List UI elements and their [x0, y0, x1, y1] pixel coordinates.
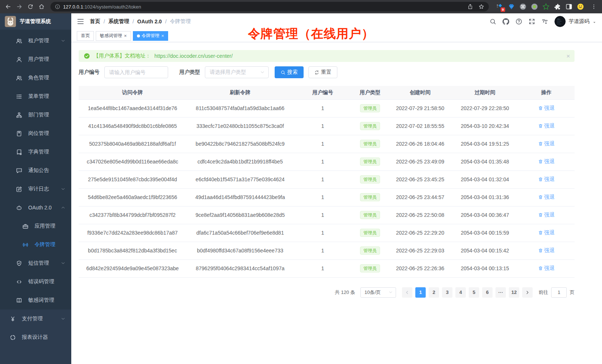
browser-menu-icon[interactable] [589, 1, 599, 12]
bookmark-star-icon[interactable] [478, 4, 484, 10]
sidebar-item-dict-management[interactable]: 字典管理 [0, 143, 71, 161]
sidebar-item-dept-management[interactable]: 部门管理 [0, 106, 71, 124]
next-page-button[interactable] [522, 287, 533, 298]
page-button-6[interactable]: 6 [482, 287, 493, 298]
green-star-icon[interactable] [542, 3, 550, 10]
table-row: 502375b8040a469a9b82188afdf6af1fbe90422b… [79, 135, 575, 153]
force-logout-button[interactable]: 强退 [538, 265, 554, 272]
home-icon[interactable] [36, 1, 47, 12]
breadcrumb-item[interactable]: OAuth 2.0 [137, 19, 162, 24]
reset-button[interactable]: 重置 [308, 66, 337, 78]
user-type-badge: 管理员 [360, 122, 380, 130]
force-logout-button[interactable]: 强退 [538, 229, 554, 236]
created-time-cell: 2022-06-25 23:49:09 [389, 153, 452, 171]
command-circle-icon[interactable] [519, 3, 527, 10]
back-icon[interactable] [3, 1, 13, 12]
sidebar-item-label: 短信管理 [28, 260, 49, 267]
address-bar[interactable]: 127.0.0.1:1024/system/oauth2/token [50, 2, 489, 11]
sidebar-item-errorcode-management[interactable]: 错误码管理 [0, 272, 71, 291]
github-icon[interactable] [503, 18, 509, 25]
sidebar-item-sensitive-word-management[interactable]: 敏感词管理 [0, 291, 71, 310]
tab-close-icon[interactable]: × [161, 33, 164, 38]
user-type-cell: 管理员 [351, 224, 389, 242]
share-icon[interactable] [467, 4, 473, 10]
refresh-token-cell: 811c530487574fa0af1a59d3abc1aa66 [186, 99, 294, 117]
sidebar-item-oauth2-app-management[interactable]: 应用管理 [0, 217, 71, 235]
force-logout-button[interactable]: 强退 [538, 212, 554, 218]
user-id-input[interactable] [104, 66, 168, 78]
font-size-icon[interactable] [542, 18, 548, 25]
collapse-sidebar-icon[interactable] [77, 18, 84, 25]
side-panel-icon[interactable] [565, 3, 573, 10]
more-pages-button[interactable]: ··· [495, 287, 506, 298]
user-type-badge: 管理员 [360, 104, 380, 112]
tab-token[interactable]: 令牌管理× [133, 31, 169, 41]
tab-close-icon[interactable]: × [124, 33, 127, 38]
sidebar-item-audit-log[interactable]: 审计日志 [0, 180, 71, 198]
page-button-5[interactable]: 5 [469, 287, 479, 298]
prev-page-button[interactable] [402, 287, 412, 298]
sidebar-item-report-designer[interactable]: 报表设计器 [0, 328, 71, 347]
doc-alert: 【用户体系】文档地址： https://doc.iocoder.cn/user-… [79, 50, 575, 62]
sidebar-item-notice-announcement[interactable]: 通知公告 [0, 161, 71, 180]
recorder-icon[interactable] [531, 3, 538, 10]
force-logout-button[interactable]: 强退 [538, 140, 554, 147]
force-logout-button[interactable]: 强退 [538, 123, 554, 129]
site-info-icon[interactable] [55, 4, 60, 9]
created-time-cell: 2022-07-02 18:55:55 [389, 117, 452, 135]
alert-doc-link[interactable]: https://doc.iocoder.cn/user-center/ [154, 53, 233, 59]
tab-home[interactable]: 首页 [77, 31, 94, 41]
breadcrumb-item[interactable]: 首页 [90, 18, 100, 25]
created-time-cell: 2022-06-25 22:29:20 [389, 224, 452, 242]
page-button-4[interactable]: 4 [455, 287, 466, 298]
alert-close-icon[interactable]: × [566, 53, 570, 59]
sidebar-item-label: 角色管理 [28, 75, 49, 81]
breadcrumb-item[interactable]: 系统管理 [108, 18, 129, 25]
force-logout-button[interactable]: 强退 [538, 158, 554, 165]
sidebar-item-label: 通知公告 [28, 167, 49, 174]
force-logout-label: 强退 [544, 247, 554, 254]
page-size-select[interactable]: 10条/页 [360, 287, 396, 298]
sidebar-item-user-management[interactable]: 用户管理 [0, 50, 71, 69]
jump-page-input[interactable] [551, 287, 567, 298]
page-button-3[interactable]: 3 [442, 287, 452, 298]
user-type-select[interactable]: 请选择用户类型 [205, 66, 269, 78]
force-logout-button[interactable]: 强退 [538, 194, 554, 201]
column-header: 操作 [518, 86, 575, 99]
sidebar-item-post-management[interactable]: 岗位管理 [0, 124, 71, 143]
column-header: 用户类型 [351, 86, 389, 99]
fullscreen-icon[interactable] [529, 18, 535, 25]
page-button-12[interactable]: 12 [509, 287, 519, 298]
search-button[interactable]: 搜索 [275, 66, 304, 78]
gem-icon[interactable] [508, 3, 515, 10]
puzzle-icon[interactable] [554, 3, 561, 10]
sidebar-item-role-management[interactable]: 角色管理 [0, 69, 71, 87]
search-icon[interactable] [490, 18, 496, 25]
user-id-cell: 1 [294, 117, 351, 135]
force-logout-button[interactable]: 强退 [538, 176, 554, 183]
sidebar-item-pay-management[interactable]: 支付管理 [0, 310, 71, 328]
sidebar-item-oauth2-token-management[interactable]: 令牌管理 [0, 235, 71, 254]
forward-icon[interactable] [14, 1, 24, 12]
sidebar-item-sms-management[interactable]: 短信管理 [0, 254, 71, 272]
emoji-icon[interactable] [577, 3, 584, 10]
sidebar-item-oauth2[interactable]: OAuth 2.0 [0, 198, 71, 217]
refresh-token-cell: 49d1aa46d1454fbd87591444423be9fa [186, 188, 294, 206]
force-logout-button[interactable]: 强退 [538, 105, 554, 112]
page-button-2[interactable]: 2 [429, 287, 439, 298]
trash-icon [538, 141, 543, 146]
operation-cell: 强退 [518, 188, 575, 206]
comment-icon [16, 168, 22, 174]
password-manager-icon[interactable]: 9 [496, 3, 504, 10]
user-menu[interactable]: 芋道源码 [554, 16, 596, 27]
total-count: 共 120 条 [335, 289, 355, 296]
page-button-1[interactable]: 1 [415, 287, 426, 298]
sidebar-item-menu-management[interactable]: 菜单管理 [0, 87, 71, 106]
expire-time-cell: 2054-03-04 01:31:36 [452, 188, 518, 206]
help-icon[interactable] [516, 18, 522, 25]
tab-sensitive-word[interactable]: 敏感词管理× [96, 31, 131, 41]
user-type-badge: 管理员 [360, 246, 380, 255]
reload-icon[interactable] [25, 1, 36, 12]
sidebar-item-tenant-management[interactable]: 租户管理 [0, 32, 71, 50]
force-logout-button[interactable]: 强退 [538, 247, 554, 254]
